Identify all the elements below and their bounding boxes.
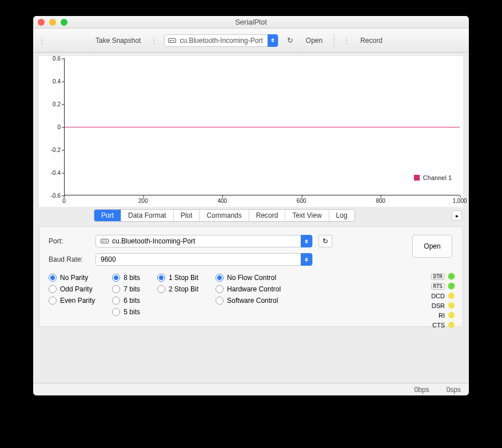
y-tick: -0.4 (51, 170, 61, 176)
legend: Channel 1 (414, 174, 452, 181)
flow-radio-software-control[interactable]: Software Control (216, 297, 281, 305)
port-value: cu.Bluetooth-Incoming-Port (112, 237, 195, 245)
radio-icon (49, 274, 57, 282)
tab-log[interactable]: Log (329, 210, 354, 221)
radio-label: 5 bits (123, 308, 140, 316)
status-bps: 0bps (415, 386, 429, 394)
y-tick: 0.4 (53, 78, 61, 85)
y-tick: 0 (57, 124, 61, 130)
tab-record[interactable]: Record (249, 210, 286, 221)
app-window: SerialPlot ⋮ Take Snapshot ⋮ cu.Bluetoot… (33, 16, 469, 395)
toolbar-handle-left[interactable]: ⋮ (38, 36, 46, 45)
radio-label: Odd Parity (60, 285, 93, 293)
radio-icon (49, 285, 57, 293)
tab-data-format[interactable]: Data Format (121, 210, 174, 221)
minimize-button[interactable] (49, 19, 56, 26)
radio-label: Software Control (227, 297, 278, 305)
toolbar-separator (334, 34, 334, 47)
signal-dsr: DSR (431, 301, 455, 310)
legend-label: Channel 1 (423, 174, 452, 181)
radio-label: 7 bits (123, 285, 140, 293)
tab-plot[interactable]: Plot (174, 210, 200, 221)
open-button-label: Open (424, 242, 440, 250)
toolbar-open-button[interactable]: Open (302, 34, 326, 47)
reload-port-list-button[interactable]: ↻ (318, 235, 332, 247)
toolbar: ⋮ Take Snapshot ⋮ cu.Bluetooth-Incoming-… (33, 29, 469, 53)
serial-options: No ParityOdd ParityEven Parity 8 bits7 b… (49, 274, 453, 316)
port-label: Port: (49, 237, 90, 245)
chevron-updown-icon (268, 34, 278, 47)
parity-radio-no-parity[interactable]: No Parity (49, 274, 95, 282)
legend-swatch (414, 175, 420, 181)
y-tick: -0.2 (51, 147, 61, 153)
radio-label: Hardware Control (227, 285, 281, 293)
databits-radio-6-bits[interactable]: 6 bits (112, 297, 140, 305)
radio-icon (157, 285, 165, 293)
take-snapshot-button[interactable]: Take Snapshot (92, 34, 144, 47)
stopbits-radio-2-stop-bit[interactable]: 2 Stop Bit (157, 285, 198, 293)
toolbar-handle-3[interactable]: ⋮ (342, 36, 351, 45)
x-axis: 02004006008001,000 (64, 197, 460, 207)
databits-radio-7-bits[interactable]: 7 bits (112, 285, 140, 293)
plot-area: -0.6-0.4-0.200.20.40.6 Channel 1 0200400… (39, 56, 463, 207)
port-icon (168, 38, 176, 43)
close-button[interactable] (38, 19, 45, 26)
x-tick: 200 (138, 198, 148, 204)
databits-radio-8-bits[interactable]: 8 bits (112, 274, 140, 282)
led-icon (448, 283, 455, 289)
signal-label: DCD (431, 293, 445, 299)
x-tick: 0 (62, 198, 66, 204)
signal-ri: RI (431, 310, 455, 320)
baud-label: Baud Rate: (49, 255, 90, 263)
status-sps: 0sps (447, 386, 461, 394)
port-panel: Port: cu.Bluetooth-Incoming-Port ↻ Baud … (39, 226, 463, 327)
series-line-channel-1 (65, 127, 460, 127)
signal-label: RTS (431, 283, 445, 290)
window-title: SerialPlot (235, 18, 267, 26)
record-button[interactable]: Record (357, 34, 386, 47)
radio-icon (216, 285, 224, 293)
tab-commands[interactable]: Commands (200, 210, 249, 221)
radio-label: Even Parity (60, 297, 95, 305)
parity-group: No ParityOdd ParityEven Parity (49, 274, 95, 316)
signal-rts[interactable]: RTS (431, 281, 455, 291)
titlebar: SerialPlot (33, 16, 469, 29)
baud-combo[interactable]: 9600 (95, 253, 313, 266)
radio-icon (112, 285, 120, 293)
stopbits-radio-1-stop-bit[interactable]: 1 Stop Bit (157, 274, 198, 282)
radio-icon (216, 297, 224, 305)
flow-group: No Flow ControlHardware ControlSoftware … (216, 274, 281, 316)
reload-ports-button[interactable]: ↻ (284, 34, 297, 47)
x-tick: 800 (376, 198, 385, 204)
parity-radio-even-parity[interactable]: Even Parity (49, 297, 95, 305)
y-axis: -0.6-0.4-0.200.20.40.6 (39, 56, 63, 195)
port-combo[interactable]: cu.Bluetooth-Incoming-Port (95, 235, 313, 247)
traffic-lights (38, 19, 67, 26)
zoom-button[interactable] (61, 19, 67, 26)
parity-radio-odd-parity[interactable]: Odd Parity (49, 285, 95, 293)
led-icon (448, 293, 455, 299)
tab-overflow-button[interactable]: ▸ (452, 210, 462, 221)
led-icon (448, 273, 455, 279)
tab-text-view[interactable]: Text View (285, 210, 329, 221)
chevron-updown-icon (301, 253, 312, 266)
toolbar-port-label: cu.Bluetooth-Incoming-Port (180, 37, 262, 45)
led-icon (448, 322, 455, 328)
signal-dtr[interactable]: DTR (431, 271, 455, 281)
toolbar-handle-2[interactable]: ⋮ (150, 36, 158, 45)
databits-radio-5-bits[interactable]: 5 bits (112, 308, 140, 316)
open-port-button[interactable]: Open (412, 235, 452, 258)
flow-radio-no-flow-control[interactable]: No Flow Control (216, 274, 281, 282)
radio-icon (157, 274, 165, 282)
stopbits-group: 1 Stop Bit2 Stop Bit (157, 274, 198, 316)
signal-cts: CTS (431, 320, 455, 330)
radio-label: 1 Stop Bit (169, 274, 198, 282)
baud-value: 9600 (101, 255, 116, 263)
databits-group: 8 bits7 bits6 bits5 bits (112, 274, 140, 316)
port-icon (101, 239, 109, 243)
toolbar-port-select[interactable]: cu.Bluetooth-Incoming-Port (164, 34, 278, 47)
signal-indicators: DTRRTSDCDDSRRICTS (431, 271, 455, 330)
plot-canvas[interactable]: Channel 1 (64, 58, 460, 195)
tab-port[interactable]: Port (94, 210, 121, 221)
flow-radio-hardware-control[interactable]: Hardware Control (216, 285, 281, 293)
